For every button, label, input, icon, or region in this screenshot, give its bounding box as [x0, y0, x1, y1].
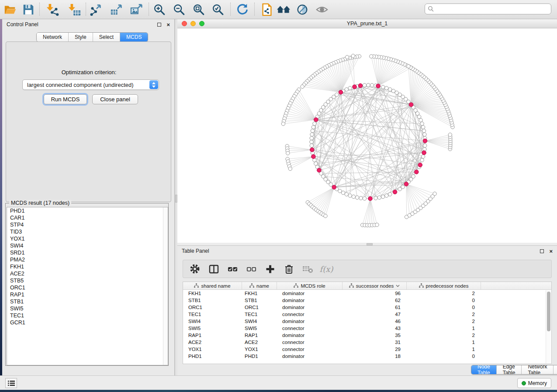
mcds-list-item[interactable]: TEC1 — [7, 312, 168, 319]
close-panel-button[interactable]: Close panel — [92, 94, 138, 104]
memory-status-icon — [522, 381, 526, 385]
status-bar: Memory — [0, 375, 557, 390]
memory-button[interactable]: Memory — [517, 378, 551, 388]
column-header-predecessor-nodes[interactable]: predecessor nodes — [407, 282, 481, 289]
export-image-icon[interactable] — [129, 2, 144, 17]
mcds-list-item[interactable]: RAP1 — [7, 291, 168, 298]
close-panel-icon[interactable]: × — [166, 23, 170, 27]
add-column-icon[interactable] — [264, 263, 276, 275]
table-cell: dominator — [277, 290, 343, 297]
mcds-list-item[interactable]: TID3 — [7, 228, 168, 235]
column-header-successor-nodes[interactable]: successor nodes — [343, 282, 407, 289]
tab-select[interactable]: Select — [93, 33, 120, 41]
import-network-file-icon[interactable] — [45, 2, 60, 17]
table-cell: dominator — [277, 332, 343, 339]
table-scrollbar[interactable] — [546, 290, 551, 364]
table-cell: 18 — [343, 353, 407, 360]
table-row[interactable]: ORC1ORC1dominator610 — [183, 304, 551, 311]
open-session-icon[interactable] — [3, 2, 17, 17]
tab-network[interactable]: Network — [37, 33, 69, 41]
close-panel-icon[interactable]: × — [549, 249, 553, 253]
table-row[interactable]: STB1STB1dominator620 — [183, 297, 551, 304]
mcds-list-scrollbar[interactable] — [163, 207, 168, 365]
export-network-icon[interactable] — [88, 2, 103, 17]
tab-edge-table[interactable]: Edge Table — [497, 365, 522, 374]
optimization-criterion-select[interactable]: largest connected component (undirected) — [22, 79, 159, 90]
mcds-list-item[interactable]: GCR1 — [7, 319, 168, 326]
show-panels-list-button[interactable] — [5, 378, 17, 388]
mcds-list-item[interactable]: FKH1 — [7, 263, 168, 270]
float-panel-icon[interactable] — [157, 23, 161, 27]
table-cell: SWI5 — [242, 325, 277, 332]
tab-node-table[interactable]: Node Table — [471, 365, 497, 374]
table-row[interactable]: YOX1YOX1connector291 — [183, 346, 551, 353]
table-row[interactable]: TEC1TEC1connector472 — [183, 311, 551, 318]
mcds-list-item[interactable]: SWI5 — [7, 305, 168, 312]
select-stepper-icon — [149, 80, 158, 89]
table-row[interactable]: FKH1FKH1dominator962 — [183, 290, 551, 297]
save-session-icon[interactable] — [21, 2, 36, 17]
search-input[interactable] — [434, 5, 551, 14]
tab-network-table[interactable]: Network Table — [522, 365, 554, 374]
column-header-MCDS-role[interactable]: MCDS role — [277, 282, 343, 289]
float-panel-icon[interactable] — [540, 249, 544, 253]
table-panel-title: Table Panel — [182, 248, 209, 254]
attribute-type-icon — [349, 283, 354, 288]
table-cell: YOX1 — [183, 346, 242, 353]
table-panel: Table Panel × — [177, 245, 557, 375]
mcds-list-item[interactable]: STB1 — [7, 298, 168, 305]
table-cell: PHD1 — [242, 353, 277, 360]
attribute-type-icon — [194, 283, 199, 288]
first-neighbors-icon[interactable] — [276, 2, 291, 17]
table-row[interactable]: ACE2ACE2connector311 — [183, 339, 551, 346]
import-table-file-icon[interactable] — [67, 2, 82, 17]
table-cell: connector — [277, 311, 343, 318]
table-cell: ORC1 — [242, 304, 277, 311]
zoom-in-icon[interactable] — [152, 2, 167, 17]
tab-mcds[interactable]: MCDS — [120, 33, 148, 41]
deselect-all-checkboxes-icon[interactable] — [246, 263, 257, 275]
new-network-from-selection-icon[interactable] — [259, 2, 274, 17]
settings-gear-icon[interactable] — [189, 263, 201, 275]
mcds-list-item[interactable]: ACE2 — [7, 270, 168, 277]
table-row[interactable]: SWI5SWI5connector431 — [183, 325, 551, 332]
table-cell: RAP1 — [183, 332, 242, 339]
column-header-shared-name[interactable]: shared name — [183, 282, 242, 289]
mcds-list-item[interactable]: PHD1 — [7, 207, 168, 214]
column-layout-icon[interactable] — [208, 263, 219, 275]
select-all-checkboxes-icon[interactable] — [227, 263, 238, 275]
apply-layout-refresh-icon[interactable] — [235, 2, 250, 17]
hide-selected-icon[interactable] — [295, 2, 310, 17]
tab-style[interactable]: Style — [69, 33, 93, 41]
mcds-result-list[interactable]: PHD1CAR1STP4TID3YOX1SWI4SRD1PMA2FKH1ACE2… — [7, 207, 168, 365]
mcds-list-item[interactable]: YOX1 — [7, 235, 168, 242]
network-canvas[interactable] — [177, 28, 557, 243]
attribute-type-icon — [294, 283, 298, 288]
zoom-selected-icon[interactable] — [211, 2, 225, 17]
delete-column-icon[interactable] — [283, 263, 294, 275]
table-row[interactable]: RAP1RAP1dominator352 — [183, 332, 551, 339]
column-header-name[interactable]: name — [242, 282, 277, 289]
control-panel-tabs: NetworkStyleSelectMCDS — [36, 32, 148, 42]
table-row[interactable]: PHD1PHD1dominator180 — [183, 353, 551, 360]
tab-motifs[interactable]: Motifs — [554, 365, 557, 374]
mcds-list-item[interactable]: CAR1 — [7, 214, 168, 221]
export-table-icon[interactable] — [109, 2, 124, 17]
mcds-list-item[interactable]: SWI4 — [7, 242, 168, 249]
mcds-list-item[interactable]: STB5 — [7, 277, 168, 284]
show-all-icon[interactable] — [315, 2, 329, 17]
network-view-window: YPA_prune.txt_1 — [177, 19, 557, 243]
table-cell: 29 — [343, 346, 407, 353]
zoom-fit-content-icon[interactable] — [191, 2, 206, 17]
run-mcds-button[interactable]: Run MCDS — [44, 94, 87, 104]
mcds-list-item[interactable]: ORC1 — [7, 284, 168, 291]
search-box[interactable] — [425, 3, 551, 14]
mcds-list-item[interactable]: PMA2 — [7, 256, 168, 263]
scrollbar-thumb[interactable] — [547, 292, 550, 331]
table-cell: TEC1 — [242, 311, 277, 318]
table-cell: 1 — [407, 346, 481, 353]
table-row[interactable]: SWI4SWI4dominator462 — [183, 318, 551, 325]
mcds-list-item[interactable]: SRD1 — [7, 249, 168, 256]
mcds-list-item[interactable]: STP4 — [7, 221, 168, 228]
zoom-out-icon[interactable] — [172, 2, 187, 17]
